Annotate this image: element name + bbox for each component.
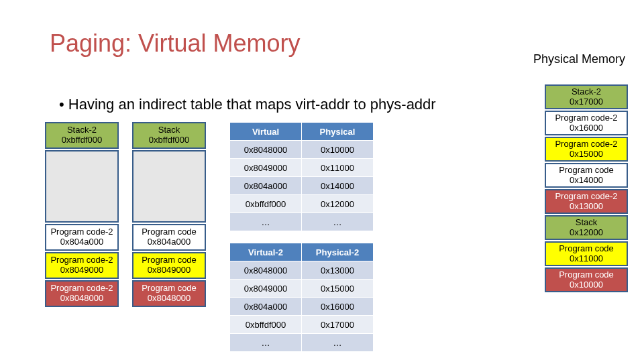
addr: 0x15000 bbox=[546, 149, 627, 160]
phys-13000: Program code-2 0x13000 bbox=[545, 189, 628, 214]
pt1-r2-p: 0x14000 bbox=[302, 177, 374, 195]
proc2-stack: Stack-2 0xbffdf000 bbox=[45, 122, 119, 149]
addr: 0x13000 bbox=[546, 202, 627, 212]
phys-17000: Stack-2 0x17000 bbox=[545, 84, 628, 109]
pt1-r4-v: … bbox=[230, 213, 302, 231]
pt2-head-virtual: Virtual-2 bbox=[230, 243, 302, 261]
addr: 0x8049000 bbox=[133, 265, 205, 276]
phys-11000: Program code 0x11000 bbox=[545, 241, 628, 266]
addr: 0x8048000 bbox=[46, 294, 117, 304]
pt1-r0-v: 0x8048000 bbox=[230, 141, 302, 159]
label: Program code bbox=[546, 270, 627, 280]
pt2-r0-p: 0x13000 bbox=[302, 261, 374, 280]
proc1-stack: Stack 0xbffdf000 bbox=[132, 122, 206, 149]
addr: 0xbffdf000 bbox=[133, 135, 205, 145]
addr: 0xbffdf000 bbox=[46, 135, 117, 145]
phys-12000: Stack 0x12000 bbox=[545, 215, 628, 240]
proc1-code-9: Program code 0x8049000 bbox=[132, 252, 206, 279]
label: Stack-2 bbox=[46, 125, 117, 135]
label: Stack bbox=[546, 218, 627, 228]
proc2-code-a: Program code-2 0x804a000 bbox=[45, 224, 119, 251]
addr: 0x10000 bbox=[546, 280, 627, 290]
pt2-r4-v: … bbox=[230, 334, 302, 352]
phys-15000: Program code-2 0x15000 bbox=[545, 137, 628, 162]
label: Stack bbox=[133, 125, 205, 135]
pt1-r1-v: 0x8049000 bbox=[230, 159, 302, 177]
label: Program code-2 bbox=[46, 255, 117, 265]
addr: 0x16000 bbox=[546, 123, 627, 133]
page-table-2: Virtual-2Physical-2 0x80480000x13000 0x8… bbox=[229, 243, 374, 352]
label: Program code-2 bbox=[546, 192, 627, 202]
pt1-r2-v: 0x804a000 bbox=[230, 177, 302, 195]
pt1-r1-p: 0x11000 bbox=[302, 159, 374, 177]
pt2-r0-v: 0x8048000 bbox=[230, 261, 302, 280]
label: Program code-2 bbox=[546, 139, 627, 149]
addr: 0x804a000 bbox=[133, 237, 205, 247]
pt1-r4-p: … bbox=[302, 213, 374, 231]
addr: 0x804a000 bbox=[46, 237, 117, 247]
proc2-gap bbox=[45, 150, 119, 223]
addr: 0x8049000 bbox=[46, 265, 117, 276]
proc1-code-8: Program code 0x8048000 bbox=[132, 280, 206, 307]
label: Program code bbox=[133, 255, 205, 265]
pt2-r1-v: 0x8049000 bbox=[230, 280, 302, 298]
label: Program code-2 bbox=[46, 284, 117, 294]
bullet-text: Having an indirect table that maps virt-… bbox=[59, 96, 436, 113]
proc1-code-a: Program code 0x804a000 bbox=[132, 224, 206, 251]
pt1-r3-v: 0xbffdf000 bbox=[230, 195, 302, 213]
phys-14000: Program code 0x14000 bbox=[545, 163, 628, 188]
pt2-r1-p: 0x15000 bbox=[302, 280, 374, 298]
pt2-r2-v: 0x804a000 bbox=[230, 298, 302, 316]
addr: 0x8048000 bbox=[133, 294, 205, 304]
addr: 0x17000 bbox=[546, 97, 627, 107]
proc2-code-9: Program code-2 0x8049000 bbox=[45, 252, 119, 279]
proc1-gap bbox=[132, 150, 206, 223]
phys-16000: Program code-2 0x16000 bbox=[545, 111, 628, 135]
page-table-1: VirtualPhysical 0x80480000x10000 0x80490… bbox=[229, 122, 374, 231]
pt2-r3-p: 0x17000 bbox=[302, 316, 374, 334]
pt2-r2-p: 0x16000 bbox=[302, 298, 374, 316]
phys-10000: Program code 0x10000 bbox=[545, 267, 628, 292]
addr: 0x12000 bbox=[546, 228, 627, 238]
label: Program code bbox=[133, 284, 205, 294]
slide-title: Paging: Virtual Memory bbox=[50, 29, 301, 58]
pt1-head-physical: Physical bbox=[302, 123, 374, 141]
pt1-head-virtual: Virtual bbox=[230, 123, 302, 141]
label: Program code-2 bbox=[46, 227, 117, 237]
addr: 0x14000 bbox=[546, 176, 627, 186]
pt1-r0-p: 0x10000 bbox=[302, 141, 374, 159]
label: Stack-2 bbox=[546, 87, 627, 97]
label: Program code bbox=[133, 227, 205, 237]
label: Program code-2 bbox=[546, 113, 627, 123]
addr: 0x11000 bbox=[546, 254, 627, 264]
physical-memory-heading: Physical Memory bbox=[533, 52, 625, 66]
pt2-r4-p: … bbox=[302, 334, 374, 352]
label: Program code bbox=[546, 244, 627, 254]
label: Program code bbox=[546, 166, 627, 176]
proc2-code-8: Program code-2 0x8048000 bbox=[45, 280, 119, 307]
pt1-r3-p: 0x12000 bbox=[302, 195, 374, 213]
pt2-head-physical: Physical-2 bbox=[302, 243, 374, 261]
pt2-r3-v: 0xbffdf000 bbox=[230, 316, 302, 334]
